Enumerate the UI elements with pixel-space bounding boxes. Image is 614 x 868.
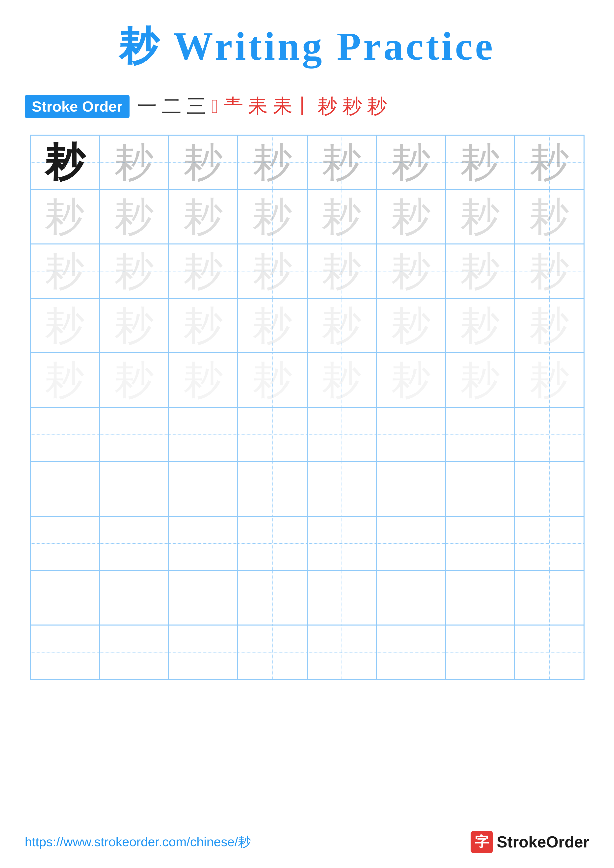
footer-url[interactable]: https://www.strokeorder.com/chinese/耖: [25, 833, 251, 851]
grid-cell-r8c1[interactable]: [30, 516, 99, 570]
practice-char: 耖: [530, 360, 569, 400]
grid-cell-r1c1[interactable]: 耖: [30, 135, 99, 189]
practice-char: 耖: [253, 306, 292, 346]
grid-cell-r7c7[interactable]: [446, 462, 515, 516]
grid-cell-r4c6[interactable]: 耖: [376, 298, 446, 353]
grid-cell-r4c7[interactable]: 耖: [446, 298, 515, 353]
grid-cell-r8c7[interactable]: [446, 516, 515, 570]
practice-char: 耖: [391, 360, 431, 400]
stroke-7: 耒丨: [273, 93, 312, 120]
grid-cell-r1c5[interactable]: 耖: [307, 135, 376, 189]
grid-cell-r10c4[interactable]: [238, 625, 307, 679]
grid-cell-r4c1[interactable]: 耖: [30, 298, 99, 353]
grid-cell-r8c4[interactable]: [238, 516, 307, 570]
grid-cell-r9c1[interactable]: [30, 570, 99, 625]
grid-cell-r9c8[interactable]: [515, 570, 584, 625]
grid-cell-r6c5[interactable]: [307, 407, 376, 462]
stroke-4: 𠂇: [211, 95, 218, 118]
grid-cell-r2c5[interactable]: 耖: [307, 189, 376, 244]
grid-cell-r9c4[interactable]: [238, 570, 307, 625]
grid-cell-r9c3[interactable]: [169, 570, 238, 625]
footer: https://www.strokeorder.com/chinese/耖 字 …: [25, 831, 589, 853]
grid-cell-r10c7[interactable]: [446, 625, 515, 679]
grid-cell-r7c3[interactable]: [169, 462, 238, 516]
grid-cell-r6c6[interactable]: [376, 407, 446, 462]
grid-cell-r9c5[interactable]: [307, 570, 376, 625]
grid-cell-r6c2[interactable]: [99, 407, 169, 462]
grid-cell-r6c1[interactable]: [30, 407, 99, 462]
grid-cell-r2c1[interactable]: 耖: [30, 189, 99, 244]
practice-char: 耖: [530, 143, 569, 182]
grid-cell-r9c7[interactable]: [446, 570, 515, 625]
grid-cell-r2c4[interactable]: 耖: [238, 189, 307, 244]
grid-cell-r5c2[interactable]: 耖: [99, 353, 169, 407]
grid-cell-r5c8[interactable]: 耖: [515, 353, 584, 407]
grid-cell-r8c5[interactable]: [307, 516, 376, 570]
practice-char: 耖: [460, 251, 500, 291]
grid-cell-r6c4[interactable]: [238, 407, 307, 462]
grid-cell-r5c6[interactable]: 耖: [376, 353, 446, 407]
grid-cell-r5c5[interactable]: 耖: [307, 353, 376, 407]
grid-cell-r3c4[interactable]: 耖: [238, 244, 307, 298]
grid-cell-r7c1[interactable]: [30, 462, 99, 516]
grid-cell-r1c4[interactable]: 耖: [238, 135, 307, 189]
grid-cell-r2c7[interactable]: 耖: [446, 189, 515, 244]
grid-cell-r8c2[interactable]: [99, 516, 169, 570]
grid-cell-r10c1[interactable]: [30, 625, 99, 679]
grid-cell-r5c4[interactable]: 耖: [238, 353, 307, 407]
grid-cell-r1c8[interactable]: 耖: [515, 135, 584, 189]
grid-cell-r7c4[interactable]: [238, 462, 307, 516]
practice-char: 耖: [391, 251, 431, 291]
practice-char: 耖: [322, 197, 361, 237]
grid-cell-r9c6[interactable]: [376, 570, 446, 625]
title-chinese-char: 耖: [119, 24, 173, 68]
grid-cell-r10c3[interactable]: [169, 625, 238, 679]
grid-cell-r7c6[interactable]: [376, 462, 446, 516]
grid-cell-r6c7[interactable]: [446, 407, 515, 462]
grid-cell-r1c6[interactable]: 耖: [376, 135, 446, 189]
grid-cell-r7c2[interactable]: [99, 462, 169, 516]
grid-cell-r7c5[interactable]: [307, 462, 376, 516]
practice-char: 耖: [253, 197, 292, 237]
stroke-10: 耖: [367, 93, 387, 120]
practice-char: 耖: [114, 197, 154, 237]
grid-cell-r3c8[interactable]: 耖: [515, 244, 584, 298]
grid-cell-r2c8[interactable]: 耖: [515, 189, 584, 244]
grid-cell-r10c5[interactable]: [307, 625, 376, 679]
grid-cell-r3c5[interactable]: 耖: [307, 244, 376, 298]
grid-cell-r2c2[interactable]: 耖: [99, 189, 169, 244]
grid-cell-r5c7[interactable]: 耖: [446, 353, 515, 407]
grid-cell-r8c6[interactable]: [376, 516, 446, 570]
grid-cell-r10c8[interactable]: [515, 625, 584, 679]
grid-cell-r3c6[interactable]: 耖: [376, 244, 446, 298]
grid-cell-r4c2[interactable]: 耖: [99, 298, 169, 353]
grid-cell-r5c3[interactable]: 耖: [169, 353, 238, 407]
grid-cell-r4c8[interactable]: 耖: [515, 298, 584, 353]
grid-cell-r3c3[interactable]: 耖: [169, 244, 238, 298]
grid-cell-r3c2[interactable]: 耖: [99, 244, 169, 298]
grid-cell-r9c2[interactable]: [99, 570, 169, 625]
grid-cell-r4c5[interactable]: 耖: [307, 298, 376, 353]
grid-cell-r8c8[interactable]: [515, 516, 584, 570]
practice-char: 耖: [183, 360, 223, 400]
practice-char: 耖: [391, 306, 431, 346]
grid-cell-r6c3[interactable]: [169, 407, 238, 462]
grid-cell-r3c1[interactable]: 耖: [30, 244, 99, 298]
grid-cell-r2c3[interactable]: 耖: [169, 189, 238, 244]
grid-cell-r1c7[interactable]: 耖: [446, 135, 515, 189]
grid-cell-r5c1[interactable]: 耖: [30, 353, 99, 407]
grid-cell-r8c3[interactable]: [169, 516, 238, 570]
grid-cell-r1c3[interactable]: 耖: [169, 135, 238, 189]
practice-char: 耖: [322, 360, 361, 400]
grid-cell-r7c8[interactable]: [515, 462, 584, 516]
grid-cell-r1c2[interactable]: 耖: [99, 135, 169, 189]
grid-cell-r3c7[interactable]: 耖: [446, 244, 515, 298]
grid-cell-r6c8[interactable]: [515, 407, 584, 462]
stroke-6: 耒: [248, 93, 268, 120]
grid-cell-r4c3[interactable]: 耖: [169, 298, 238, 353]
grid-cell-r2c6[interactable]: 耖: [376, 189, 446, 244]
grid-cell-r10c6[interactable]: [376, 625, 446, 679]
grid-cell-r10c2[interactable]: [99, 625, 169, 679]
stroke-9: 耖: [342, 93, 362, 120]
grid-cell-r4c4[interactable]: 耖: [238, 298, 307, 353]
